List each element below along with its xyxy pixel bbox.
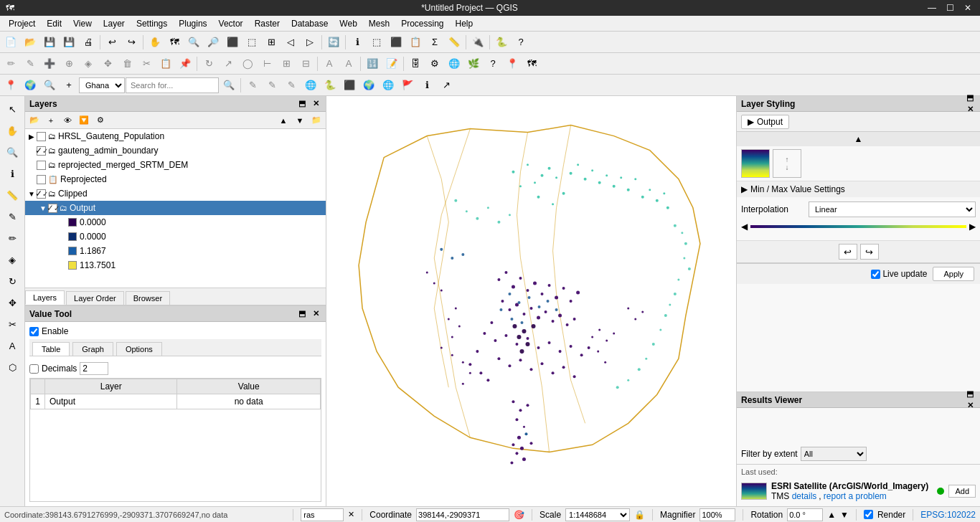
info2-btn[interactable]: ℹ bbox=[418, 77, 436, 94]
menu-mesh[interactable]: Mesh bbox=[363, 17, 395, 30]
menu-web[interactable]: Web bbox=[334, 17, 362, 30]
vt-tab-graph[interactable]: Graph bbox=[72, 342, 113, 356]
osm-btn[interactable]: 🌍 bbox=[359, 77, 378, 94]
plugin2-btn[interactable]: 🐍 bbox=[321, 77, 339, 94]
stat-btn[interactable]: Σ bbox=[425, 34, 444, 51]
layer-item-srtm[interactable]: ▶ 🗂 reprojected_merged_SRTM_DEM bbox=[25, 158, 326, 172]
checkbox-gauteng[interactable]: ✓ bbox=[37, 146, 46, 156]
menu-raster[interactable]: Raster bbox=[249, 17, 286, 30]
layers-settings-btn[interactable]: ⚙ bbox=[93, 113, 108, 128]
maximize-btn[interactable]: ☐ bbox=[943, 3, 957, 13]
layers-move-down-btn[interactable]: ▼ bbox=[292, 113, 308, 128]
move-tool[interactable]: ✥ bbox=[2, 293, 22, 313]
tab-layers[interactable]: Layers bbox=[25, 290, 65, 305]
zoom-in-select-btn[interactable]: 🔍 bbox=[40, 77, 59, 94]
save-as-btn[interactable]: 💾 bbox=[60, 34, 78, 51]
measure-btn[interactable]: 📏 bbox=[445, 34, 463, 51]
annotate-tool[interactable]: ✎ bbox=[2, 207, 22, 227]
last-used-add-btn[interactable]: Add bbox=[948, 485, 976, 498]
apply-btn[interactable]: Apply bbox=[933, 267, 974, 281]
add-ring2-btn[interactable]: ◯ bbox=[238, 55, 257, 72]
layers-add-btn[interactable]: + bbox=[43, 113, 59, 128]
zoom-out-btn[interactable]: 🔎 bbox=[204, 34, 222, 51]
select-btn[interactable]: ⬚ bbox=[367, 34, 386, 51]
add-ring-btn[interactable]: ⊕ bbox=[60, 55, 78, 72]
close-btn[interactable]: ✕ bbox=[961, 3, 974, 13]
add-btn[interactable]: ➕ bbox=[40, 55, 59, 72]
layers-close-btn[interactable]: ✕ bbox=[310, 98, 321, 110]
add-layer-btn[interactable]: + bbox=[60, 77, 78, 94]
rotation-down-btn[interactable]: ▼ bbox=[840, 510, 849, 520]
vt-enable-checkbox[interactable] bbox=[29, 327, 39, 336]
identify-tool[interactable]: ℹ bbox=[2, 163, 22, 184]
min-max-slider[interactable] bbox=[750, 225, 966, 228]
layer-item-gauteng[interactable]: ▶ ✓ 🗂 gauteng_admin_boundary bbox=[25, 143, 326, 158]
layers-group-btn[interactable]: 📁 bbox=[308, 113, 324, 128]
edit-btn[interactable]: ✎ bbox=[21, 55, 39, 72]
expand-hrsl[interactable]: ▶ bbox=[27, 131, 37, 141]
cut-btn[interactable]: ✂ bbox=[137, 55, 156, 72]
ls-float-btn[interactable]: ⬒ bbox=[964, 92, 976, 104]
checkbox-clipped[interactable]: ✓ bbox=[37, 189, 46, 199]
node-tool[interactable]: ◈ bbox=[2, 250, 22, 270]
minimize-btn[interactable]: — bbox=[925, 3, 939, 13]
layers-filter-btn[interactable]: 🔽 bbox=[76, 113, 92, 128]
menu-plugins[interactable]: Plugins bbox=[173, 17, 212, 30]
move-btn[interactable]: ✥ bbox=[98, 55, 117, 72]
zoom-tool[interactable]: 🔍 bbox=[2, 142, 22, 162]
vt-float-btn[interactable]: ⬒ bbox=[296, 308, 308, 320]
vt-decimals-input[interactable] bbox=[80, 362, 108, 375]
min-max-section-header[interactable]: ▶ Min / Max Value Settings bbox=[737, 181, 980, 197]
toggle-edit-btn[interactable]: ✎ bbox=[243, 77, 262, 94]
zoom-layer-btn[interactable]: ⬚ bbox=[242, 34, 261, 51]
rv-float-btn[interactable]: ⬒ bbox=[964, 389, 976, 400]
interpolation-select[interactable]: Linear Discrete Exact bbox=[809, 201, 976, 217]
vt-decimals-checkbox[interactable] bbox=[29, 364, 39, 374]
label-tool[interactable]: A bbox=[2, 336, 22, 356]
slider-right-arrow[interactable]: ▶ bbox=[969, 222, 976, 232]
rotation-input[interactable] bbox=[787, 508, 823, 521]
ls-output-selector[interactable]: ▶ Output bbox=[741, 115, 789, 129]
plugin3-btn[interactable]: ⬛ bbox=[340, 77, 359, 94]
vt-tab-table[interactable]: Table bbox=[32, 342, 70, 356]
layers-remove-btn[interactable]: 👁 bbox=[60, 113, 75, 128]
simplify-btn[interactable]: ↗ bbox=[219, 55, 237, 72]
3d-tool[interactable]: ⬡ bbox=[2, 357, 22, 377]
styling-undo-btn[interactable]: ↩ bbox=[839, 244, 857, 260]
deselect-btn[interactable]: ⬛ bbox=[387, 34, 405, 51]
menu-database[interactable]: Database bbox=[286, 17, 334, 30]
layer-item-hrsl[interactable]: ▶ 🗂 HRSL_Gauteng_Population bbox=[25, 129, 326, 143]
paste-btn[interactable]: 📌 bbox=[176, 55, 194, 72]
search-btn[interactable]: 🔍 bbox=[220, 77, 238, 94]
styling-redo-btn[interactable]: ↪ bbox=[860, 244, 879, 260]
db-btn[interactable]: 🗄 bbox=[406, 55, 425, 72]
split-btn[interactable]: ⊢ bbox=[258, 55, 276, 72]
pan-map-btn[interactable]: 🗺 bbox=[165, 34, 184, 51]
delete-btn[interactable]: 🗑 bbox=[118, 55, 136, 72]
multi-edit-btn[interactable]: 📝 bbox=[382, 55, 401, 72]
checkbox-hrsl[interactable] bbox=[37, 132, 46, 141]
menu-layer[interactable]: Layer bbox=[98, 17, 131, 30]
magnifier-input[interactable] bbox=[699, 508, 735, 521]
grass-btn[interactable]: 🌿 bbox=[464, 55, 483, 72]
checkbox-reprojected[interactable] bbox=[37, 175, 46, 184]
toggle-edit3-btn[interactable]: ✎ bbox=[282, 77, 301, 94]
undo-btn[interactable]: ↩ bbox=[103, 34, 121, 51]
merge-btn[interactable]: ⊞ bbox=[277, 55, 296, 72]
render-checkbox[interactable] bbox=[864, 510, 873, 519]
scroll-up-btn[interactable]: ▲ bbox=[737, 132, 980, 146]
zoom-next-btn[interactable]: ▷ bbox=[301, 34, 319, 51]
identify-btn[interactable]: ℹ bbox=[348, 34, 367, 51]
python-btn[interactable]: 🐍 bbox=[492, 34, 511, 51]
menu-settings[interactable]: Settings bbox=[131, 17, 173, 30]
slider-left-arrow[interactable]: ◀ bbox=[741, 222, 748, 232]
print-btn[interactable]: 🖨 bbox=[79, 34, 98, 51]
tab-layer-order[interactable]: Layer Order bbox=[66, 291, 124, 305]
checkbox-srtm[interactable] bbox=[37, 161, 46, 170]
node-tool-btn[interactable]: ◈ bbox=[79, 55, 98, 72]
zoom-in-btn[interactable]: 🔍 bbox=[184, 34, 203, 51]
cut-tool[interactable]: ✂ bbox=[2, 314, 22, 334]
location-select[interactable]: Ghana bbox=[79, 77, 125, 93]
measure-tool[interactable]: 📏 bbox=[2, 185, 22, 205]
arrow-btn[interactable]: ↗ bbox=[437, 77, 456, 94]
